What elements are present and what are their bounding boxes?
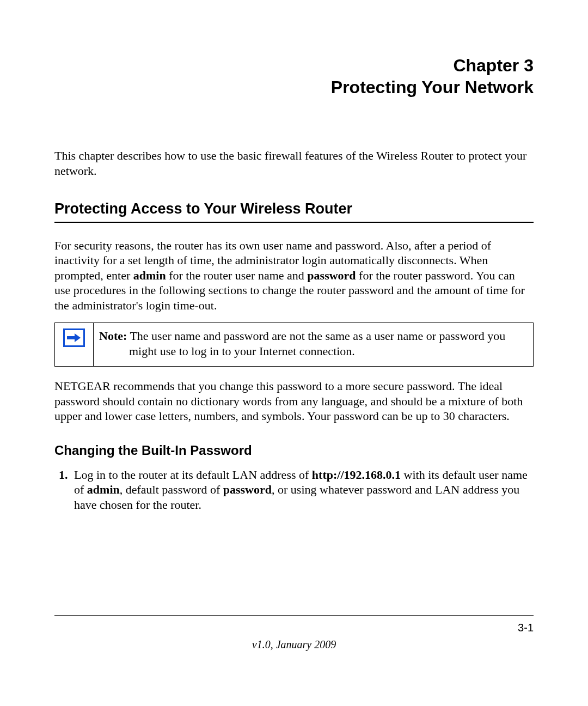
document-page: Chapter 3 Protecting Your Network This c… (0, 0, 588, 706)
chapter-number: Chapter 3 (453, 56, 534, 75)
page-number: 3-1 (54, 621, 534, 635)
note-text: Note: The user name and password are not… (94, 323, 533, 366)
steps-list: Log in to the router at its default LAN … (54, 467, 534, 513)
note-label: Note: (99, 329, 127, 343)
version-line: v1.0, January 2009 (54, 638, 534, 652)
section1-paragraph2: NETGEAR recommends that you change this … (54, 379, 534, 424)
note-icon-cell (55, 323, 94, 366)
svg-marker-0 (67, 333, 81, 342)
note-body: The user name and password are not the s… (127, 329, 505, 358)
note-callout: Note: The user name and password are not… (54, 322, 534, 367)
page-footer: 3-1 v1.0, January 2009 (54, 615, 534, 652)
step-1: Log in to the router at its default LAN … (71, 467, 534, 513)
section-heading-protecting-access: Protecting Access to Your Wireless Route… (54, 200, 534, 223)
section1-paragraph1: For security reasons, the router has its… (54, 238, 534, 313)
arrow-right-icon (63, 328, 85, 347)
footer-rule (54, 615, 534, 616)
intro-paragraph: This chapter describes how to use the ba… (54, 148, 534, 178)
chapter-heading: Chapter 3 Protecting Your Network (54, 54, 534, 98)
chapter-title-text: Protecting Your Network (331, 77, 534, 97)
subsection-heading-changing-password: Changing the Built-In Password (54, 442, 534, 459)
